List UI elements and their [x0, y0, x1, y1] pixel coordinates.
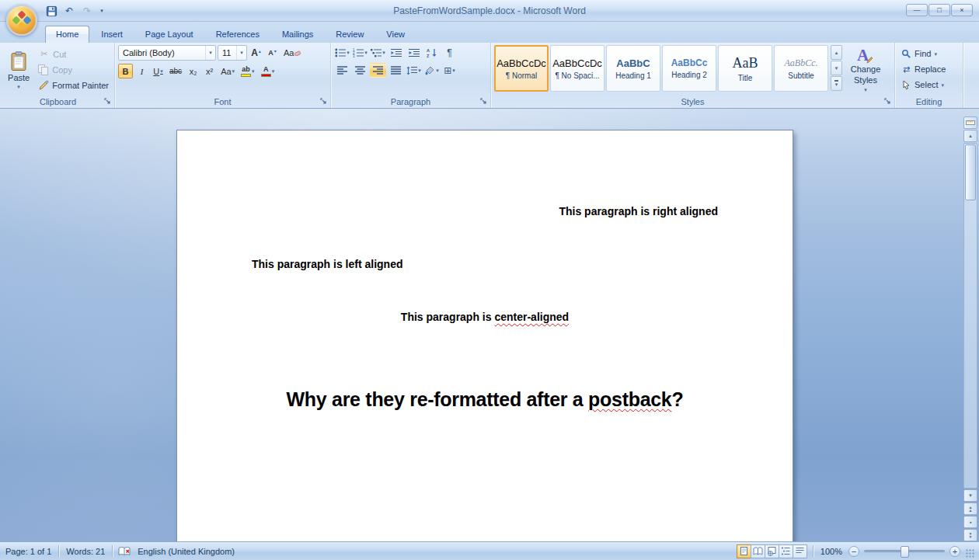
next-page-button[interactable]: ▼▼	[963, 529, 977, 541]
styles-dialog-launcher[interactable]	[883, 96, 893, 106]
style-subtitle[interactable]: AaBbCc. Subtitle	[774, 45, 828, 92]
spelling-status-button[interactable]	[118, 546, 131, 557]
save-button[interactable]	[44, 4, 59, 18]
scroll-up-button[interactable]: ▲	[963, 130, 977, 142]
redo-button[interactable]: ↷	[79, 4, 95, 18]
tab-page-layout[interactable]: Page Layout	[134, 26, 204, 43]
change-styles-button[interactable]: A Change Styles ▾	[845, 45, 887, 92]
shrink-font-button[interactable]: A▾	[265, 46, 280, 61]
font-color-button[interactable]: A ▾	[259, 64, 277, 78]
outline-view-button[interactable]	[779, 544, 793, 558]
style-heading-1[interactable]: AaBbC Heading 1	[606, 45, 660, 92]
grow-font-button[interactable]: A▴	[249, 46, 263, 61]
zoom-in-button[interactable]: +	[949, 546, 960, 557]
font-size-combobox[interactable]: 11 ▾	[218, 45, 247, 61]
zoom-slider-track[interactable]	[864, 550, 945, 552]
zoom-out-button[interactable]: −	[848, 546, 859, 557]
subscript-button[interactable]: x₂	[186, 64, 200, 78]
bullets-button[interactable]: ▾	[334, 45, 350, 60]
style-title[interactable]: AaB Title	[718, 45, 772, 92]
style-no-spacing[interactable]: AaBbCcDc ¶ No Spaci...	[550, 45, 604, 92]
font-dialog-launcher[interactable]	[319, 96, 329, 106]
text-highlight-button[interactable]: ab ▾	[239, 64, 257, 78]
scroll-down-button[interactable]: ▼	[963, 489, 977, 502]
numbering-button[interactable]: 123▾	[352, 45, 368, 60]
sort-icon: AZ	[427, 48, 437, 57]
paragraph-right-aligned[interactable]: This paragraph is right aligned	[252, 203, 718, 219]
strikethrough-button[interactable]: abc	[167, 64, 184, 78]
find-icon	[901, 49, 911, 59]
ruler-toggle-button[interactable]	[963, 117, 977, 129]
paragraph-center-aligned[interactable]: This paragraph is center-aligned	[252, 309, 718, 325]
select-button[interactable]: Select ▾	[898, 78, 960, 92]
down-arrow-icon: ▼	[834, 66, 839, 71]
clear-formatting-button[interactable]: Aa	[281, 46, 303, 61]
language-indicator[interactable]: English (United Kingdom)	[136, 547, 236, 556]
replace-icon: ⇄	[901, 64, 911, 75]
customize-qat-button[interactable]: ▾	[97, 4, 106, 18]
tab-references[interactable]: References	[205, 26, 270, 43]
zoom-slider-thumb[interactable]	[901, 546, 909, 558]
draft-view-button[interactable]	[793, 544, 807, 558]
justify-button[interactable]	[388, 63, 404, 78]
style-normal[interactable]: AaBbCcDc ¶ Normal	[494, 45, 549, 92]
tab-view[interactable]: View	[375, 26, 416, 43]
superscript-button[interactable]: x²	[202, 64, 217, 78]
cut-button[interactable]: ✂ Cut	[36, 47, 111, 61]
minimize-button[interactable]: —	[906, 4, 928, 16]
resize-grip[interactable]	[966, 549, 975, 558]
format-painter-button[interactable]: Format Painter	[36, 78, 111, 92]
multilevel-list-icon	[371, 48, 381, 57]
zoom-level[interactable]: 100%	[819, 547, 844, 556]
align-right-icon	[373, 66, 384, 75]
align-left-button[interactable]	[334, 63, 350, 78]
show-hide-marks-button[interactable]: ¶	[441, 45, 458, 60]
align-center-button[interactable]	[352, 63, 368, 78]
multilevel-list-button[interactable]: ▾	[370, 45, 386, 60]
font-name-combobox[interactable]: Calibri (Body) ▾	[118, 45, 216, 61]
paragraph-left-aligned[interactable]: This paragraph is left aligned	[252, 256, 718, 272]
replace-label: Replace	[915, 64, 946, 74]
undo-button[interactable]: ↶	[61, 4, 77, 18]
sort-button[interactable]: AZ	[423, 45, 440, 60]
maximize-button[interactable]: □	[928, 4, 950, 16]
tab-mailings[interactable]: Mailings	[271, 26, 324, 43]
word-count[interactable]: Words: 21	[64, 547, 106, 556]
document-page[interactable]: This paragraph is right aligned This par…	[176, 130, 793, 541]
office-button[interactable]	[6, 5, 37, 36]
replace-button[interactable]: ⇄ Replace	[898, 62, 960, 76]
italic-button[interactable]: I	[134, 64, 149, 78]
decrease-indent-button[interactable]	[388, 45, 404, 60]
align-right-button[interactable]	[370, 63, 386, 78]
tab-home[interactable]: Home	[45, 26, 89, 43]
scrollbar-thumb[interactable]	[965, 144, 976, 200]
style-heading-2[interactable]: AaBbCc Heading 2	[662, 45, 716, 92]
gallery-scroll-down-button[interactable]: ▼	[831, 61, 842, 75]
tab-review[interactable]: Review	[325, 26, 375, 43]
gallery-more-button[interactable]: ▼	[831, 76, 842, 91]
bold-button[interactable]: B	[118, 64, 133, 78]
document-heading[interactable]: Why are they re-formatted after a postba…	[252, 387, 718, 412]
paste-button[interactable]: Paste ▾	[5, 45, 33, 96]
line-spacing-button[interactable]: ▾	[406, 63, 422, 78]
chevron-down-icon: ▾	[100, 8, 103, 14]
increase-indent-button[interactable]	[406, 45, 422, 60]
borders-button[interactable]: ⊞▾	[441, 63, 458, 78]
find-button[interactable]: Find ▾	[898, 47, 960, 61]
paragraph-dialog-launcher[interactable]	[479, 96, 489, 106]
web-layout-view-button[interactable]	[765, 544, 779, 558]
tab-insert[interactable]: Insert	[90, 26, 134, 43]
clipboard-dialog-launcher[interactable]	[103, 96, 113, 106]
print-layout-view-button[interactable]	[737, 544, 751, 558]
shading-button[interactable]: ▾	[423, 63, 440, 78]
gallery-scroll-up-button[interactable]: ▲	[831, 45, 842, 60]
previous-page-button[interactable]: ▲▲	[963, 503, 977, 515]
close-button[interactable]: ×	[951, 4, 973, 16]
change-case-button[interactable]: Aa▾	[218, 64, 237, 78]
scrollbar-track[interactable]	[963, 143, 977, 489]
copy-button[interactable]: Copy	[36, 62, 111, 77]
full-screen-reading-view-button[interactable]	[751, 544, 765, 558]
select-browse-object-button[interactable]: ●	[963, 516, 977, 528]
page-indicator[interactable]: Page: 1 of 1	[4, 547, 53, 556]
underline-button[interactable]: U▾	[151, 64, 165, 78]
